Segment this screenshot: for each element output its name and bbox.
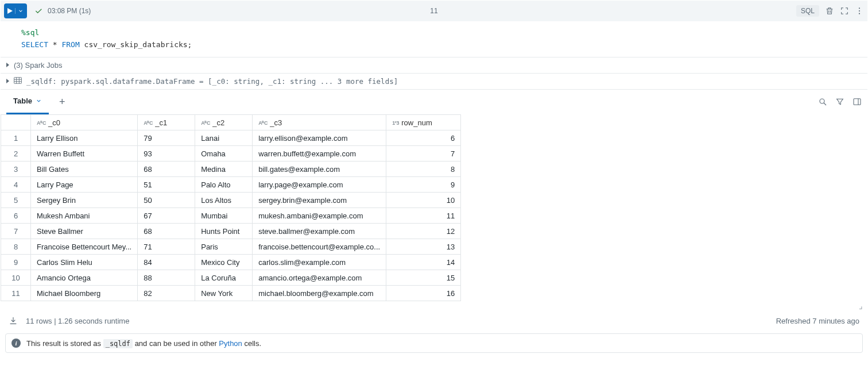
cell-c0: Mukesh Ambani — [31, 208, 138, 224]
cell-c3: larry.page@example.com — [253, 177, 386, 193]
caret-right-icon — [6, 79, 9, 83]
kebab-icon — [855, 6, 864, 16]
resize-handle-icon[interactable]: ⌟ — [1, 301, 867, 310]
panel-toggle-button[interactable] — [852, 97, 862, 106]
type-string-icon: AᴮC — [37, 120, 46, 126]
row-index: 7 — [1, 224, 31, 239]
table-row[interactable]: 11Michael Bloomberg82New Yorkmichael.blo… — [1, 286, 461, 301]
svg-rect-3 — [14, 77, 22, 83]
column-header-rownum[interactable]: 1²3row_num — [386, 114, 461, 130]
svg-point-0 — [859, 7, 860, 9]
tab-table[interactable]: Table — [6, 90, 49, 114]
cell-rownum: 15 — [386, 270, 461, 286]
results-footer: 11 rows | 1.26 seconds runtime Refreshed… — [1, 310, 867, 331]
chevron-down-icon — [36, 98, 42, 104]
table-row[interactable]: 4Larry Page51Palo Altolarry.page@example… — [1, 177, 461, 193]
download-button[interactable] — [9, 316, 18, 325]
code-keyword: SELECT — [21, 40, 48, 49]
cell-c2: Mumbai — [195, 208, 253, 224]
cell-rownum: 9 — [386, 177, 461, 193]
cell-c1: 67 — [138, 208, 195, 224]
svg-rect-10 — [854, 99, 861, 105]
cell-rownum: 13 — [386, 239, 461, 255]
output-tabs: Table + — [1, 89, 867, 114]
table-row[interactable]: 2Warren Buffett93Omahawarren.buffett@exa… — [1, 146, 461, 162]
dataframe-icon — [14, 77, 22, 86]
cell-index: 11 — [430, 7, 437, 15]
cell-c2: Omaha — [195, 146, 253, 162]
cell-c0: Bill Gates — [31, 162, 138, 177]
row-index: 3 — [1, 162, 31, 177]
row-index: 10 — [1, 270, 31, 286]
row-index: 1 — [1, 130, 31, 146]
run-button[interactable] — [4, 3, 27, 18]
row-index: 8 — [1, 239, 31, 255]
cell-toolbar: 03:08 PM (1s) 11 SQL — [1, 1, 867, 21]
spark-jobs-expander[interactable]: (3) Spark Jobs — [1, 57, 867, 73]
cell-c0: Carlos Slim Helu — [31, 255, 138, 270]
row-index: 11 — [1, 286, 31, 301]
column-header-c0[interactable]: AᴮC_c0 — [31, 114, 138, 130]
cell-c3: amancio.ortega@example.com — [253, 270, 386, 286]
cell-c0: Sergey Brin — [31, 193, 138, 208]
cell-c1: 88 — [138, 270, 195, 286]
cell-c3: larry.ellison@example.com — [253, 130, 386, 146]
cell-rownum: 12 — [386, 224, 461, 239]
info-banner: i This result is stored as _sqldf and ca… — [5, 333, 863, 353]
cell-c0: Larry Ellison — [31, 130, 138, 146]
column-header-c2[interactable]: AᴮC_c2 — [195, 114, 253, 130]
table-header-row: AᴮC_c0 AᴮC_c1 AᴮC_c2 AᴮC_c3 1²3row_num — [1, 114, 461, 130]
cell-c0: Warren Buffett — [31, 146, 138, 162]
delete-cell-button[interactable] — [825, 6, 834, 16]
cell-c0: Steve Ballmer — [31, 224, 138, 239]
column-header-index[interactable] — [1, 114, 31, 130]
cell-rownum: 14 — [386, 255, 461, 270]
row-index: 2 — [1, 146, 31, 162]
cell-c2: Lanai — [195, 130, 253, 146]
chevron-down-icon — [18, 8, 24, 14]
cell-c1: 79 — [138, 130, 195, 146]
cell-c0: Michael Bloomberg — [31, 286, 138, 301]
cell-c2: Palo Alto — [195, 177, 253, 193]
table-row[interactable]: 3Bill Gates68Medinabill.gates@example.co… — [1, 162, 461, 177]
add-tab-button[interactable]: + — [59, 96, 65, 108]
type-string-icon: AᴮC — [144, 120, 153, 126]
code-editor[interactable]: %sql SELECT * FROM csv_row_skip_databric… — [1, 21, 867, 57]
variable-chip: _sqldf — [103, 339, 133, 348]
cell-c1: 82 — [138, 286, 195, 301]
table-row[interactable]: 5Sergey Brin50Los Altossergey.brin@examp… — [1, 193, 461, 208]
table-row[interactable]: 6Mukesh Ambani67Mumbaimukesh.ambani@exam… — [1, 208, 461, 224]
cell-c3: carlos.slim@example.com — [253, 255, 386, 270]
filter-button[interactable] — [835, 97, 844, 106]
cell-c2: Los Altos — [195, 193, 253, 208]
python-link[interactable]: Python — [219, 339, 242, 348]
play-icon — [7, 8, 13, 14]
cell-rownum: 11 — [386, 208, 461, 224]
more-options-button[interactable] — [855, 6, 864, 16]
table-row[interactable]: 10Amancio Ortega88La Coruñaamancio.orteg… — [1, 270, 461, 286]
column-header-c3[interactable]: AᴮC_c3 — [253, 114, 386, 130]
cell-c1: 68 — [138, 224, 195, 239]
info-icon: i — [11, 339, 21, 348]
cell-c2: Hunts Point — [195, 224, 253, 239]
refresh-timestamp: Refreshed 7 minutes ago — [776, 317, 859, 325]
cell-c3: warren.buffett@example.com — [253, 146, 386, 162]
table-row[interactable]: 9Carlos Slim Helu84Mexico Citycarlos.sli… — [1, 255, 461, 270]
cell-c3: bill.gates@example.com — [253, 162, 386, 177]
cell-c2: Mexico City — [195, 255, 253, 270]
fullscreen-button[interactable] — [840, 6, 849, 16]
schema-expander[interactable]: _sqldf: pyspark.sql.dataframe.DataFrame … — [1, 73, 867, 89]
table-row[interactable]: 7Steve Ballmer68Hunts Pointsteve.ballmer… — [1, 224, 461, 239]
cell-rownum: 8 — [386, 162, 461, 177]
table-row[interactable]: 1Larry Ellison79Lanailarry.ellison@examp… — [1, 130, 461, 146]
cell-c2: Medina — [195, 162, 253, 177]
table-row[interactable]: 8Francoise Bettencourt Mey...71Parisfran… — [1, 239, 461, 255]
download-icon — [9, 316, 18, 325]
language-badge[interactable]: SQL — [796, 5, 819, 17]
type-number-icon: 1²3 — [392, 120, 399, 126]
run-dropdown[interactable] — [15, 8, 24, 14]
cell-c2: New York — [195, 286, 253, 301]
column-header-c1[interactable]: AᴮC_c1 — [138, 114, 195, 130]
search-output-button[interactable] — [818, 97, 827, 106]
tab-label: Table — [13, 97, 32, 105]
